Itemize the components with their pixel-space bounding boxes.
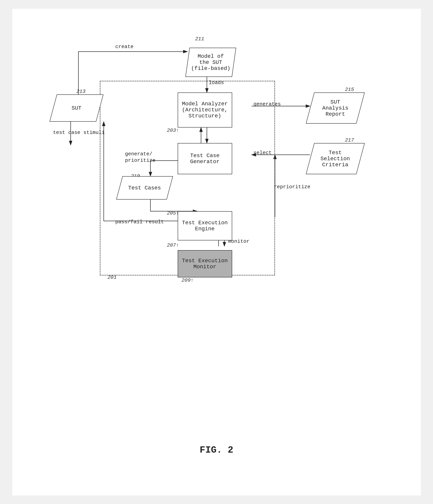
- sut-analysis-box: SUT Analysis Report: [306, 92, 365, 124]
- create-label: create: [115, 44, 134, 50]
- pass-fail-label: pass/fail result: [115, 219, 164, 225]
- ref-217: 217: [345, 137, 354, 143]
- test-selection-label: Test Selection Criteria: [320, 150, 350, 168]
- select-label: select: [254, 150, 272, 156]
- test-selection-box: Test Selection Criteria: [306, 143, 365, 174]
- reprioritize-label: reprioritize: [274, 184, 310, 190]
- sut-label: SUT: [71, 105, 81, 111]
- test-case-generator-label: Test Case Generator: [190, 153, 220, 165]
- test-execution-engine-box: Test Execution Engine: [178, 211, 232, 240]
- ref-211: 211: [195, 36, 204, 42]
- ref-203-top: 203↑: [167, 127, 179, 133]
- page: 211 Model of the SUT (file-based) create…: [12, 9, 421, 495]
- test-case-generator-box: Test Case Generator: [178, 143, 232, 174]
- test-execution-monitor-box: Test Execution Monitor: [178, 250, 232, 277]
- model-sut-box: Model of the SUT (file-based): [185, 48, 236, 77]
- test-cases-box: Test Cases: [116, 176, 173, 199]
- test-case-stimuli-label: test case stimuli: [53, 129, 105, 136]
- ref-207: 207↑: [167, 242, 179, 248]
- ref-209: 209↑: [182, 277, 194, 283]
- model-analyzer-label: Model Analyzer (Architecture, Structure): [182, 101, 228, 119]
- figure-caption: FIG. 2: [200, 445, 233, 455]
- sut-analysis-label: SUT Analysis Report: [322, 99, 348, 117]
- ref-201: 201: [108, 274, 117, 280]
- test-execution-engine-label: Test Execution Engine: [182, 220, 228, 232]
- gen-prioritize-label: generate/ prioritize: [125, 151, 172, 164]
- generates-label: generates: [254, 101, 281, 107]
- test-execution-monitor-label: Test Execution Monitor: [182, 258, 228, 270]
- ref-205: 205↑: [167, 210, 179, 216]
- sut-box: SUT: [49, 94, 104, 122]
- model-sut-label: Model of the SUT (file-based): [191, 53, 230, 71]
- test-cases-label: Test Cases: [128, 185, 161, 191]
- ref-213: 213: [77, 89, 86, 94]
- monitor-label: monitor: [228, 238, 249, 244]
- model-analyzer-box: Model Analyzer (Architecture, Structure): [178, 92, 232, 127]
- diagram-container: 211 Model of the SUT (file-based) create…: [41, 28, 392, 437]
- ref-215: 215: [345, 87, 354, 92]
